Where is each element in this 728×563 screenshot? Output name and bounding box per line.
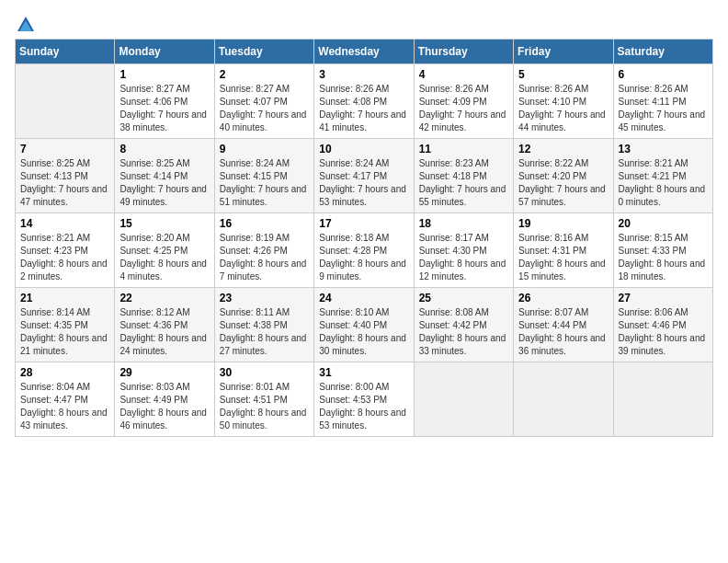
calendar-cell: 26Sunrise: 8:07 AMSunset: 4:44 PMDayligh…: [514, 288, 613, 362]
day-info: Sunrise: 8:19 AMSunset: 4:26 PMDaylight:…: [220, 232, 309, 283]
weekday-header-thursday: Thursday: [414, 40, 513, 64]
calendar-week-row: 21Sunrise: 8:14 AMSunset: 4:35 PMDayligh…: [16, 288, 713, 362]
sunset-text: Sunset: 4:20 PM: [518, 170, 608, 183]
day-info: Sunrise: 8:27 AMSunset: 4:07 PMDaylight:…: [220, 83, 309, 134]
sunset-text: Sunset: 4:31 PM: [518, 245, 608, 258]
daylight-text: Daylight: 8 hours and 33 minutes.: [419, 332, 508, 358]
sunset-text: Sunset: 4:47 PM: [20, 394, 109, 407]
day-info: Sunrise: 8:24 AMSunset: 4:15 PMDaylight:…: [220, 157, 309, 209]
weekday-header-friday: Friday: [514, 40, 613, 64]
sunset-text: Sunset: 4:07 PM: [220, 96, 309, 109]
day-info: Sunrise: 8:01 AMSunset: 4:51 PMDaylight:…: [220, 381, 309, 432]
sunset-text: Sunset: 4:42 PM: [419, 319, 508, 332]
calendar-cell: 4Sunrise: 8:26 AMSunset: 4:09 PMDaylight…: [414, 64, 513, 139]
sunset-text: Sunset: 4:10 PM: [518, 96, 608, 109]
sunrise-text: Sunrise: 8:04 AM: [20, 381, 109, 394]
daylight-text: Daylight: 7 hours and 53 minutes.: [319, 183, 408, 209]
sunset-text: Sunset: 4:18 PM: [419, 170, 508, 183]
weekday-header-wednesday: Wednesday: [314, 40, 414, 64]
day-info: Sunrise: 8:11 AMSunset: 4:38 PMDaylight:…: [220, 306, 309, 358]
day-number: 26: [518, 292, 608, 304]
calendar-week-row: 28Sunrise: 8:04 AMSunset: 4:47 PMDayligh…: [16, 362, 713, 437]
sunset-text: Sunset: 4:14 PM: [119, 170, 209, 183]
day-number: 8: [119, 143, 209, 155]
calendar-cell: 11Sunrise: 8:23 AMSunset: 4:18 PMDayligh…: [414, 139, 513, 213]
daylight-text: Daylight: 7 hours and 57 minutes.: [518, 183, 608, 209]
day-number: 17: [319, 217, 408, 230]
day-info: Sunrise: 8:21 AMSunset: 4:23 PMDaylight:…: [20, 232, 109, 283]
daylight-text: Daylight: 8 hours and 2 minutes.: [20, 258, 109, 283]
sunset-text: Sunset: 4:40 PM: [319, 319, 408, 332]
calendar-cell: 29Sunrise: 8:03 AMSunset: 4:49 PMDayligh…: [115, 362, 214, 437]
daylight-text: Daylight: 8 hours and 27 minutes.: [220, 332, 309, 358]
day-info: Sunrise: 8:17 AMSunset: 4:30 PMDaylight:…: [419, 232, 508, 283]
calendar-cell: 14Sunrise: 8:21 AMSunset: 4:23 PMDayligh…: [16, 213, 115, 288]
daylight-text: Daylight: 8 hours and 12 minutes.: [419, 258, 508, 283]
sunset-text: Sunset: 4:26 PM: [220, 245, 309, 258]
day-number: 11: [419, 143, 508, 155]
daylight-text: Daylight: 8 hours and 9 minutes.: [319, 258, 408, 283]
calendar-cell: [514, 362, 613, 437]
calendar-cell: [613, 362, 712, 437]
sunrise-text: Sunrise: 8:11 AM: [220, 306, 309, 319]
sunset-text: Sunset: 4:44 PM: [518, 319, 608, 332]
sunset-text: Sunset: 4:38 PM: [220, 319, 309, 332]
calendar-cell: 15Sunrise: 8:20 AMSunset: 4:25 PMDayligh…: [115, 213, 214, 288]
calendar-cell: 17Sunrise: 8:18 AMSunset: 4:28 PMDayligh…: [314, 213, 414, 288]
calendar-week-row: 1Sunrise: 8:27 AMSunset: 4:06 PMDaylight…: [16, 64, 713, 139]
sunrise-text: Sunrise: 8:16 AM: [518, 232, 608, 245]
daylight-text: Daylight: 8 hours and 15 minutes.: [518, 258, 608, 283]
sunrise-text: Sunrise: 8:22 AM: [518, 157, 608, 170]
day-number: 23: [220, 292, 309, 304]
daylight-text: Daylight: 7 hours and 45 minutes.: [619, 109, 708, 134]
day-info: Sunrise: 8:22 AMSunset: 4:20 PMDaylight:…: [518, 157, 608, 209]
calendar-week-row: 7Sunrise: 8:25 AMSunset: 4:13 PMDaylight…: [16, 139, 713, 213]
calendar-cell: 27Sunrise: 8:06 AMSunset: 4:46 PMDayligh…: [613, 288, 712, 362]
sunrise-text: Sunrise: 8:23 AM: [419, 157, 508, 170]
sunrise-text: Sunrise: 8:24 AM: [220, 157, 309, 170]
sunset-text: Sunset: 4:23 PM: [20, 245, 109, 258]
sunset-text: Sunset: 4:13 PM: [20, 170, 109, 183]
calendar-cell: 9Sunrise: 8:24 AMSunset: 4:15 PMDaylight…: [214, 139, 313, 213]
daylight-text: Daylight: 8 hours and 18 minutes.: [619, 258, 708, 283]
sunrise-text: Sunrise: 8:26 AM: [518, 83, 608, 96]
sunrise-text: Sunrise: 8:20 AM: [119, 232, 209, 245]
calendar-cell: 5Sunrise: 8:26 AMSunset: 4:10 PMDaylight…: [514, 64, 613, 139]
day-info: Sunrise: 8:12 AMSunset: 4:36 PMDaylight:…: [119, 306, 209, 358]
calendar-cell: 23Sunrise: 8:11 AMSunset: 4:38 PMDayligh…: [214, 288, 313, 362]
daylight-text: Daylight: 7 hours and 49 minutes.: [119, 183, 209, 209]
sunrise-text: Sunrise: 8:12 AM: [119, 306, 209, 319]
day-number: 5: [518, 68, 608, 81]
sunset-text: Sunset: 4:17 PM: [319, 170, 408, 183]
daylight-text: Daylight: 8 hours and 0 minutes.: [619, 183, 708, 209]
logo: [15, 15, 37, 31]
day-number: 10: [319, 143, 408, 155]
sunset-text: Sunset: 4:21 PM: [619, 170, 708, 183]
day-info: Sunrise: 8:18 AMSunset: 4:28 PMDaylight:…: [319, 232, 408, 283]
sunset-text: Sunset: 4:36 PM: [119, 319, 209, 332]
calendar-cell: 31Sunrise: 8:00 AMSunset: 4:53 PMDayligh…: [314, 362, 414, 437]
sunset-text: Sunset: 4:06 PM: [119, 96, 209, 109]
day-number: 14: [20, 217, 109, 230]
weekday-header-sunday: Sunday: [16, 40, 115, 64]
daylight-text: Daylight: 7 hours and 42 minutes.: [419, 109, 508, 134]
sunset-text: Sunset: 4:09 PM: [419, 96, 508, 109]
daylight-text: Daylight: 7 hours and 47 minutes.: [20, 183, 109, 209]
sunrise-text: Sunrise: 8:24 AM: [319, 157, 408, 170]
calendar-cell: 10Sunrise: 8:24 AMSunset: 4:17 PMDayligh…: [314, 139, 414, 213]
sunset-text: Sunset: 4:11 PM: [619, 96, 708, 109]
day-number: 30: [220, 366, 309, 379]
sunrise-text: Sunrise: 8:17 AM: [419, 232, 508, 245]
page-header: [15, 15, 713, 31]
day-info: Sunrise: 8:25 AMSunset: 4:14 PMDaylight:…: [119, 157, 209, 209]
calendar-cell: 16Sunrise: 8:19 AMSunset: 4:26 PMDayligh…: [214, 213, 313, 288]
day-number: 6: [619, 68, 708, 81]
day-number: 22: [119, 292, 209, 304]
sunset-text: Sunset: 4:49 PM: [119, 394, 209, 407]
day-number: 20: [619, 217, 708, 230]
day-number: 2: [220, 68, 309, 81]
logo-icon: [16, 15, 36, 35]
day-info: Sunrise: 8:16 AMSunset: 4:31 PMDaylight:…: [518, 232, 608, 283]
sunrise-text: Sunrise: 8:18 AM: [319, 232, 408, 245]
sunset-text: Sunset: 4:30 PM: [419, 245, 508, 258]
